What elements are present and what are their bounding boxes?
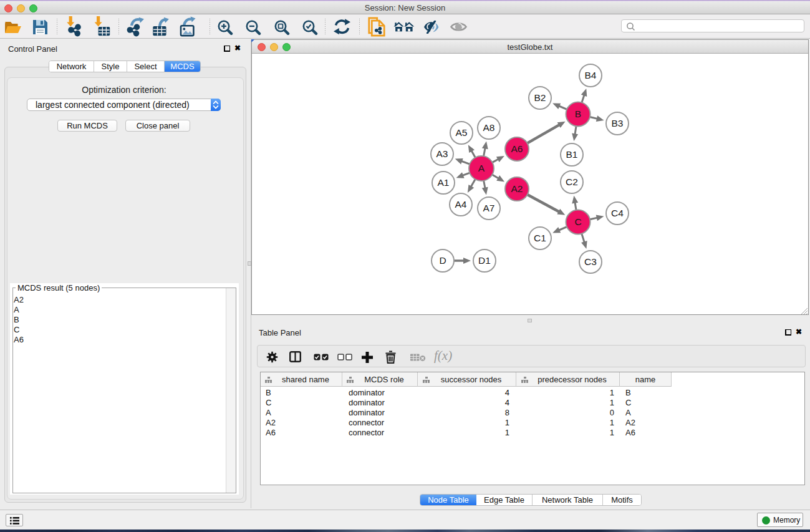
svg-text:A8: A8 [483,122,495,133]
svg-text:A5: A5 [456,127,468,138]
svg-text:A1: A1 [438,177,450,188]
svg-text:A3: A3 [436,148,448,159]
svg-text:B: B [575,109,581,119]
svg-text:B1: B1 [566,149,578,160]
svg-text:C2: C2 [566,177,578,187]
svg-text:A4: A4 [455,199,467,210]
svg-text:B4: B4 [585,70,597,80]
svg-text:C4: C4 [611,208,624,218]
svg-text:D1: D1 [478,255,491,266]
svg-text:C1: C1 [534,233,546,243]
svg-text:C: C [574,216,581,227]
svg-text:D: D [439,255,446,266]
svg-text:B3: B3 [612,118,624,128]
svg-text:B2: B2 [534,92,546,103]
svg-text:A6: A6 [511,143,523,154]
svg-text:C3: C3 [584,256,597,267]
svg-text:A2: A2 [511,183,523,194]
svg-text:A: A [478,163,485,173]
svg-text:A7: A7 [483,203,495,213]
